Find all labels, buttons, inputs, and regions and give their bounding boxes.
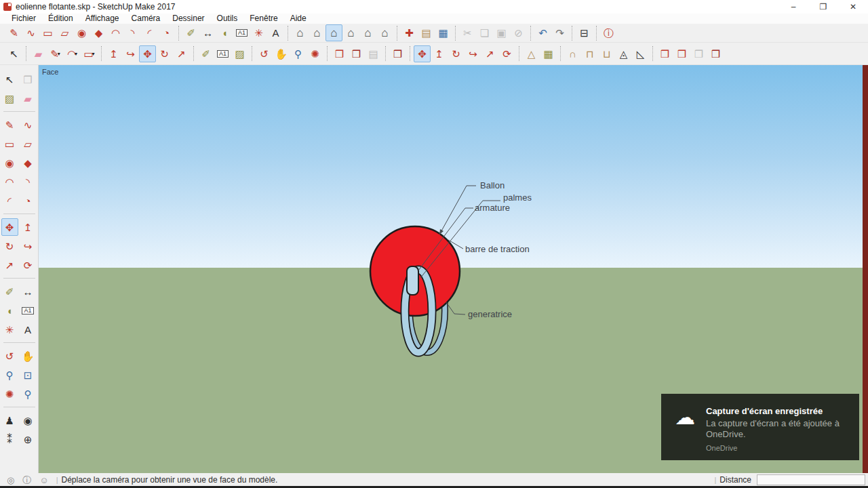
arc-tool-button[interactable]: ◠▾ xyxy=(64,45,81,62)
pan-tool-button[interactable]: ✋ xyxy=(20,347,37,365)
push-pull-tool-button[interactable]: ↥ xyxy=(105,45,122,62)
protractor-tool-button[interactable]: ◖ xyxy=(216,24,233,41)
view-back-button[interactable]: ⌂ xyxy=(359,24,376,41)
copy-button[interactable]: ❏ xyxy=(476,24,493,41)
new-file-button[interactable]: ✚ xyxy=(401,24,418,41)
measurement-input[interactable] xyxy=(757,474,865,485)
zoom-tool-button[interactable]: ⚲ xyxy=(1,366,18,384)
paint-bucket-tool-button[interactable]: ▨ xyxy=(1,89,18,107)
redo-button[interactable]: ↷ xyxy=(551,24,568,41)
menu-affichage[interactable]: Affichage xyxy=(79,14,125,24)
view-front-button[interactable]: ⌂ xyxy=(326,24,342,41)
position-camera-tool-button[interactable]: ♟ xyxy=(1,411,18,429)
look-around-tool-button[interactable]: ◉ xyxy=(20,411,37,429)
menu-outils[interactable]: Outils xyxy=(211,14,244,24)
minimize-button[interactable]: – xyxy=(778,0,808,14)
rectangle-tool-button[interactable]: ▭▾ xyxy=(81,45,98,62)
menu-fenetre[interactable]: Fenêtre xyxy=(243,14,283,24)
section-plane-tool-button[interactable]: ⊕ xyxy=(20,430,37,448)
move-tool-button[interactable]: ✥ xyxy=(139,45,156,62)
line-tool-button[interactable]: ✎ xyxy=(5,24,22,41)
circle-tool-button[interactable]: ◉ xyxy=(73,24,90,41)
freehand-tool-button[interactable]: ∿ xyxy=(20,116,37,134)
two-point-arc-tool-button[interactable]: ◝ xyxy=(20,173,37,190)
menu-camera[interactable]: Caméra xyxy=(125,14,167,24)
pan-tool-button[interactable]: ✋ xyxy=(273,45,290,62)
cut-button[interactable]: ✂ xyxy=(459,24,476,41)
scale-tool-button[interactable]: ↗ xyxy=(1,256,18,274)
rotate-tool-button[interactable]: ↻ xyxy=(448,45,465,62)
pie-tool-button[interactable]: ◔ xyxy=(158,24,175,41)
share-model-button[interactable]: ❒ xyxy=(348,45,365,62)
rotated-rectangle-tool-button[interactable]: ▱ xyxy=(20,135,37,152)
scale-tool-button[interactable]: ↗ xyxy=(481,45,498,62)
drape-tool-button[interactable]: ⊔ xyxy=(598,45,615,62)
rotated-rectangle-tool-button[interactable]: ▱ xyxy=(56,24,73,41)
offset-tool-button[interactable]: ⟳ xyxy=(498,45,515,62)
menu-dessiner[interactable]: Dessiner xyxy=(166,14,210,24)
dropdown-arrow-icon[interactable]: ▾ xyxy=(92,51,95,57)
erase-button[interactable]: ⊘ xyxy=(510,24,527,41)
sandbox-from-contours-button[interactable]: △ xyxy=(523,45,540,62)
share-component-button[interactable]: ❒ xyxy=(690,45,707,62)
paste-button[interactable]: ▣ xyxy=(493,24,510,41)
smoove-tool-button[interactable]: ∩ xyxy=(564,45,581,62)
tape-measure-tool-button[interactable]: ✐ xyxy=(182,24,199,41)
follow-me-tool-button[interactable]: ↪ xyxy=(122,45,139,62)
3d-text-tool-button[interactable]: A xyxy=(20,321,37,338)
text-tool-button[interactable]: A1 xyxy=(20,302,37,319)
push-pull-tool-button[interactable]: ↥ xyxy=(20,218,37,236)
generator-hub[interactable] xyxy=(407,266,418,295)
three-point-arc-tool-button[interactable]: ◜ xyxy=(141,24,158,41)
move-tool-button[interactable]: ✥ xyxy=(414,45,431,62)
zoom-extents-button[interactable]: ✺ xyxy=(1,385,18,403)
onedrive-notification-toast[interactable]: ☁ Capture d'écran enregistrée La capture… xyxy=(661,394,859,460)
orbit-tool-button[interactable]: ↺ xyxy=(1,347,18,365)
text-tool-button[interactable]: A1 xyxy=(233,24,250,41)
polygon-tool-button[interactable]: ◆ xyxy=(90,24,107,41)
view-left-button[interactable]: ⌂ xyxy=(376,24,393,41)
menu-fichier[interactable]: Fichier xyxy=(5,14,42,24)
3d-text-tool-button[interactable]: A xyxy=(267,24,284,41)
rotate-tool-button[interactable]: ↻ xyxy=(1,237,18,255)
three-point-arc-tool-button[interactable]: ◜ xyxy=(1,192,18,209)
send-to-layout-button[interactable]: ▤ xyxy=(365,45,382,62)
axes-tool-button[interactable]: ✳ xyxy=(1,321,18,338)
add-detail-tool-button[interactable]: ◬ xyxy=(615,45,632,62)
sandbox-from-scratch-button[interactable]: ▦ xyxy=(540,45,557,62)
polygon-tool-button[interactable]: ◆ xyxy=(20,154,37,171)
extension-warehouse-button[interactable]: ❒ xyxy=(389,45,406,62)
line-tool-button[interactable]: ✎▾ xyxy=(47,45,64,62)
move-tool-button[interactable]: ✥ xyxy=(1,218,18,236)
dimension-tool-button[interactable]: ↔ xyxy=(20,283,37,300)
axes-tool-button[interactable]: ✳ xyxy=(250,24,267,41)
flip-edge-tool-button[interactable]: ◺ xyxy=(632,45,649,62)
get-models-button[interactable]: ❒ xyxy=(656,45,673,62)
freehand-tool-button[interactable]: ∿ xyxy=(22,24,39,41)
pie-tool-button[interactable]: ◔ xyxy=(20,192,37,209)
view-right-button[interactable]: ⌂ xyxy=(342,24,359,41)
stamp-tool-button[interactable]: ⊓ xyxy=(581,45,598,62)
line-tool-button[interactable]: ✎ xyxy=(1,116,18,134)
arc-tool-button[interactable]: ◠ xyxy=(107,24,124,41)
select-tool-button[interactable]: ↖ xyxy=(5,45,22,62)
zoom-previous-button[interactable]: ⚲ xyxy=(20,385,37,403)
menu-edition[interactable]: Édition xyxy=(42,14,79,24)
select-tool-button[interactable]: ↖ xyxy=(1,70,18,88)
protractor-tool-button[interactable]: ◖ xyxy=(1,302,18,319)
model-info-button[interactable]: ⓘ xyxy=(600,24,617,41)
eraser-tool-button[interactable]: ▰ xyxy=(20,89,37,107)
print-button[interactable]: ⊟ xyxy=(576,24,593,41)
dropdown-arrow-icon[interactable]: ▾ xyxy=(75,51,77,57)
tape-measure-tool-button[interactable]: ✐ xyxy=(197,45,214,62)
restore-button[interactable]: ❐ xyxy=(808,0,838,14)
undo-button[interactable]: ↶ xyxy=(534,24,551,41)
view-iso-button[interactable]: ⌂ xyxy=(292,24,309,41)
scale-tool-button[interactable]: ↗ xyxy=(173,45,190,62)
dropdown-arrow-icon[interactable]: ▾ xyxy=(58,51,60,57)
zoom-window-tool-button[interactable]: ⊡ xyxy=(20,366,37,384)
orbit-tool-button[interactable]: ↺ xyxy=(256,45,273,62)
zoom-tool-button[interactable]: ⚲ xyxy=(290,45,307,62)
save-file-button[interactable]: ▦ xyxy=(435,24,452,41)
arc-tool-button[interactable]: ◠ xyxy=(1,173,18,190)
